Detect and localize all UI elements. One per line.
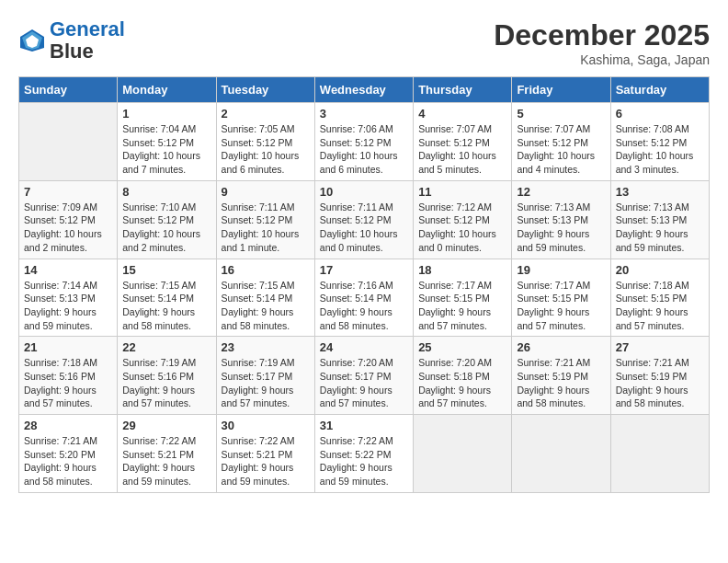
day-info: Sunrise: 7:22 AM Sunset: 5:21 PM Dayligh… <box>222 434 310 488</box>
calendar-cell: 21Sunrise: 7:18 AM Sunset: 5:16 PM Dayli… <box>19 337 118 415</box>
day-number: 14 <box>24 263 112 277</box>
calendar-cell: 16Sunrise: 7:15 AM Sunset: 5:14 PM Dayli… <box>216 259 314 337</box>
day-number: 23 <box>222 340 310 354</box>
calendar-cell: 31Sunrise: 7:22 AM Sunset: 5:22 PM Dayli… <box>314 415 413 493</box>
calendar-cell: 24Sunrise: 7:20 AM Sunset: 5:17 PM Dayli… <box>314 337 413 415</box>
weekday-header-thursday: Thursday <box>414 77 512 103</box>
day-number: 27 <box>616 340 704 354</box>
calendar-cell: 19Sunrise: 7:17 AM Sunset: 5:15 PM Dayli… <box>512 259 610 337</box>
day-number: 29 <box>122 419 210 432</box>
day-info: Sunrise: 7:16 AM Sunset: 5:14 PM Dayligh… <box>320 279 408 333</box>
day-info: Sunrise: 7:18 AM Sunset: 5:16 PM Dayligh… <box>24 356 112 410</box>
day-info: Sunrise: 7:14 AM Sunset: 5:13 PM Dayligh… <box>24 279 112 333</box>
day-number: 24 <box>320 340 408 354</box>
day-number: 10 <box>320 185 408 199</box>
day-number: 11 <box>418 185 506 199</box>
calendar-cell: 17Sunrise: 7:16 AM Sunset: 5:14 PM Dayli… <box>314 259 413 337</box>
month-title: December 2025 <box>494 18 710 52</box>
title-area: December 2025 Kashima, Saga, Japan <box>494 18 710 67</box>
logo-text: General Blue <box>50 18 125 63</box>
day-number: 22 <box>122 340 210 354</box>
page-header: General Blue December 2025 Kashima, Saga… <box>18 18 710 67</box>
day-number: 6 <box>616 107 704 121</box>
calendar-cell: 22Sunrise: 7:19 AM Sunset: 5:16 PM Dayli… <box>118 337 216 415</box>
day-info: Sunrise: 7:13 AM Sunset: 5:13 PM Dayligh… <box>517 201 605 255</box>
day-info: Sunrise: 7:22 AM Sunset: 5:22 PM Dayligh… <box>320 434 408 488</box>
calendar-cell: 25Sunrise: 7:20 AM Sunset: 5:18 PM Dayli… <box>414 337 512 415</box>
calendar-cell: 29Sunrise: 7:22 AM Sunset: 5:21 PM Dayli… <box>118 415 216 493</box>
calendar-cell: 20Sunrise: 7:18 AM Sunset: 5:15 PM Dayli… <box>610 259 709 337</box>
day-info: Sunrise: 7:15 AM Sunset: 5:14 PM Dayligh… <box>222 279 310 333</box>
day-number: 16 <box>222 263 310 277</box>
calendar-cell: 28Sunrise: 7:21 AM Sunset: 5:20 PM Dayli… <box>19 415 118 493</box>
weekday-header-monday: Monday <box>118 77 216 103</box>
calendar-cell <box>414 415 512 493</box>
calendar-cell: 30Sunrise: 7:22 AM Sunset: 5:21 PM Dayli… <box>216 415 314 493</box>
calendar-week-2: 7Sunrise: 7:09 AM Sunset: 5:12 PM Daylig… <box>19 180 710 259</box>
calendar-week-5: 28Sunrise: 7:21 AM Sunset: 5:20 PM Dayli… <box>19 415 710 493</box>
calendar-cell: 27Sunrise: 7:21 AM Sunset: 5:19 PM Dayli… <box>610 337 709 415</box>
day-info: Sunrise: 7:13 AM Sunset: 5:13 PM Dayligh… <box>616 201 704 255</box>
calendar-cell: 5Sunrise: 7:07 AM Sunset: 5:12 PM Daylig… <box>512 103 610 181</box>
day-info: Sunrise: 7:17 AM Sunset: 5:15 PM Dayligh… <box>517 279 605 333</box>
calendar-week-1: 1Sunrise: 7:04 AM Sunset: 5:12 PM Daylig… <box>19 103 710 181</box>
calendar-cell: 13Sunrise: 7:13 AM Sunset: 5:13 PM Dayli… <box>610 180 709 259</box>
day-number: 17 <box>320 263 408 277</box>
day-info: Sunrise: 7:07 AM Sunset: 5:12 PM Dayligh… <box>517 122 605 177</box>
day-info: Sunrise: 7:11 AM Sunset: 5:12 PM Dayligh… <box>320 201 408 255</box>
weekday-header-tuesday: Tuesday <box>216 77 314 103</box>
day-info: Sunrise: 7:07 AM Sunset: 5:12 PM Dayligh… <box>418 122 506 177</box>
day-info: Sunrise: 7:21 AM Sunset: 5:20 PM Dayligh… <box>24 434 112 488</box>
day-info: Sunrise: 7:10 AM Sunset: 5:12 PM Dayligh… <box>122 201 210 255</box>
calendar-cell: 3Sunrise: 7:06 AM Sunset: 5:12 PM Daylig… <box>314 103 413 181</box>
calendar-cell: 26Sunrise: 7:21 AM Sunset: 5:19 PM Dayli… <box>512 337 610 415</box>
weekday-header-friday: Friday <box>512 77 610 103</box>
day-number: 19 <box>517 263 605 277</box>
day-info: Sunrise: 7:22 AM Sunset: 5:21 PM Dayligh… <box>122 434 210 488</box>
location: Kashima, Saga, Japan <box>494 52 710 67</box>
calendar-cell: 6Sunrise: 7:08 AM Sunset: 5:12 PM Daylig… <box>610 103 709 181</box>
calendar-cell: 15Sunrise: 7:15 AM Sunset: 5:14 PM Dayli… <box>118 259 216 337</box>
calendar-cell: 23Sunrise: 7:19 AM Sunset: 5:17 PM Dayli… <box>216 337 314 415</box>
calendar-cell: 10Sunrise: 7:11 AM Sunset: 5:12 PM Dayli… <box>314 180 413 259</box>
logo-line2: Blue <box>50 40 125 63</box>
calendar-week-4: 21Sunrise: 7:18 AM Sunset: 5:16 PM Dayli… <box>19 337 710 415</box>
calendar-table: SundayMondayTuesdayWednesdayThursdayFrid… <box>18 76 710 493</box>
calendar-cell: 9Sunrise: 7:11 AM Sunset: 5:12 PM Daylig… <box>216 180 314 259</box>
calendar-cell: 7Sunrise: 7:09 AM Sunset: 5:12 PM Daylig… <box>19 180 118 259</box>
day-number: 31 <box>320 419 408 432</box>
calendar-cell: 4Sunrise: 7:07 AM Sunset: 5:12 PM Daylig… <box>414 103 512 181</box>
calendar-cell: 1Sunrise: 7:04 AM Sunset: 5:12 PM Daylig… <box>118 103 216 181</box>
day-info: Sunrise: 7:21 AM Sunset: 5:19 PM Dayligh… <box>616 356 704 410</box>
day-info: Sunrise: 7:18 AM Sunset: 5:15 PM Dayligh… <box>616 279 704 333</box>
day-number: 1 <box>122 107 210 121</box>
day-number: 26 <box>517 340 605 354</box>
calendar-cell: 2Sunrise: 7:05 AM Sunset: 5:12 PM Daylig… <box>216 103 314 181</box>
day-info: Sunrise: 7:20 AM Sunset: 5:17 PM Dayligh… <box>320 356 408 410</box>
day-info: Sunrise: 7:21 AM Sunset: 5:19 PM Dayligh… <box>517 356 605 410</box>
day-number: 18 <box>418 263 506 277</box>
calendar-cell: 12Sunrise: 7:13 AM Sunset: 5:13 PM Dayli… <box>512 180 610 259</box>
weekday-header-sunday: Sunday <box>19 77 118 103</box>
day-info: Sunrise: 7:19 AM Sunset: 5:17 PM Dayligh… <box>222 356 310 410</box>
day-info: Sunrise: 7:11 AM Sunset: 5:12 PM Dayligh… <box>222 201 310 255</box>
day-number: 2 <box>222 107 310 121</box>
logo: General Blue <box>18 18 125 63</box>
day-info: Sunrise: 7:06 AM Sunset: 5:12 PM Dayligh… <box>320 122 408 177</box>
calendar-cell <box>610 415 709 493</box>
day-info: Sunrise: 7:15 AM Sunset: 5:14 PM Dayligh… <box>122 279 210 333</box>
day-info: Sunrise: 7:12 AM Sunset: 5:12 PM Dayligh… <box>418 201 506 255</box>
calendar-cell <box>512 415 610 493</box>
day-info: Sunrise: 7:09 AM Sunset: 5:12 PM Dayligh… <box>24 201 112 255</box>
day-number: 12 <box>517 185 605 199</box>
day-info: Sunrise: 7:04 AM Sunset: 5:12 PM Dayligh… <box>122 122 210 177</box>
day-info: Sunrise: 7:20 AM Sunset: 5:18 PM Dayligh… <box>418 356 506 410</box>
day-number: 28 <box>24 419 112 432</box>
calendar-cell <box>19 103 118 181</box>
logo-line1: General <box>50 17 125 40</box>
logo-icon <box>18 28 46 53</box>
calendar-cell: 11Sunrise: 7:12 AM Sunset: 5:12 PM Dayli… <box>414 180 512 259</box>
calendar-week-3: 14Sunrise: 7:14 AM Sunset: 5:13 PM Dayli… <box>19 259 710 337</box>
day-number: 8 <box>122 185 210 199</box>
day-info: Sunrise: 7:08 AM Sunset: 5:12 PM Dayligh… <box>616 122 704 177</box>
